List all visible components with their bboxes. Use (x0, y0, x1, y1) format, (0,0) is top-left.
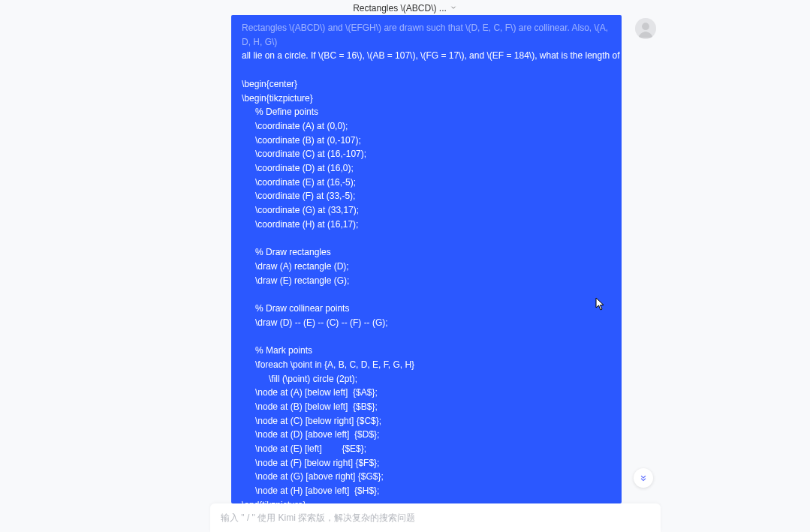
user-avatar[interactable] (635, 18, 656, 39)
code-line: \node at (B) [below left] {$B$}; (242, 400, 611, 414)
code-line: \coordinate (F) at (33,-5); (242, 189, 611, 203)
code-line: \draw (A) rectangle (D); (242, 260, 611, 274)
code-line: % Draw collinear points (242, 302, 611, 316)
avatar-icon (635, 18, 656, 39)
code-line: \draw (E) rectangle (G); (242, 274, 611, 288)
code-line: \coordinate (D) at (16,0); (242, 161, 611, 176)
code-line: \node at (G) [above right] {$G$}; (242, 470, 611, 484)
code-line: \begin{center} (242, 77, 611, 92)
code-line: % Draw rectangles (242, 245, 611, 260)
user-message: Rectangles \(ABCD\) and \(EFGH\) are dra… (231, 15, 622, 503)
code-line (242, 329, 611, 344)
code-line: \node at (E) [left] {$E$}; (242, 442, 611, 456)
code-line: \coordinate (C) at (16,-107); (242, 147, 611, 161)
code-line: \coordinate (B) at (0,-107); (242, 134, 611, 148)
code-line: \foreach \point in {A, B, C, D, E, F, G,… (242, 358, 611, 372)
message-intro-line-2: all lie on a circle. If \(BC = 16\), \(A… (242, 49, 611, 63)
code-line: \node at (H) [above left] {$H$}; (242, 484, 611, 498)
code-line: \begin{tikzpicture} (242, 92, 611, 106)
chevron-down-icon (450, 3, 457, 14)
chat-input-bar (210, 503, 661, 532)
scroll-to-bottom-button[interactable] (634, 468, 653, 488)
conversation-title[interactable]: Rectangles \(ABCD\) ... (353, 3, 457, 14)
code-line: \node at (A) [below left] {$A$}; (242, 386, 611, 400)
code-line: \fill (\point) circle (2pt); (242, 372, 611, 386)
code-line: % Mark points (242, 344, 611, 358)
svg-point-1 (642, 23, 649, 30)
chat-input[interactable] (221, 512, 650, 523)
code-line (242, 287, 611, 302)
chevron-double-down-icon (638, 473, 649, 483)
code-line: \node at (F) [below right] {$F$}; (242, 456, 611, 470)
code-line (242, 63, 611, 77)
message-intro-line-1: Rectangles \(ABCD\) and \(EFGH\) are dra… (242, 21, 611, 49)
code-line (242, 232, 611, 246)
code-line: \end{tikzpicture} (242, 498, 611, 503)
message-code-body: \begin{center}\begin{tikzpicture}% Defin… (242, 63, 611, 503)
code-line: \coordinate (E) at (16,-5); (242, 176, 611, 190)
title-text: Rectangles \(ABCD\) ... (353, 3, 447, 14)
code-line: \coordinate (H) at (16,17); (242, 218, 611, 232)
code-line: \coordinate (A) at (0,0); (242, 119, 611, 134)
code-line: \node at (D) [above left] {$D$}; (242, 428, 611, 442)
code-line: \coordinate (G) at (33,17); (242, 203, 611, 218)
code-line: % Define points (242, 105, 611, 119)
header: Rectangles \(ABCD\) ... (0, 0, 810, 17)
code-line: \node at (C) [below right] {$C$}; (242, 414, 611, 428)
code-line: \draw (D) -- (E) -- (C) -- (F) -- (G); (242, 316, 611, 330)
